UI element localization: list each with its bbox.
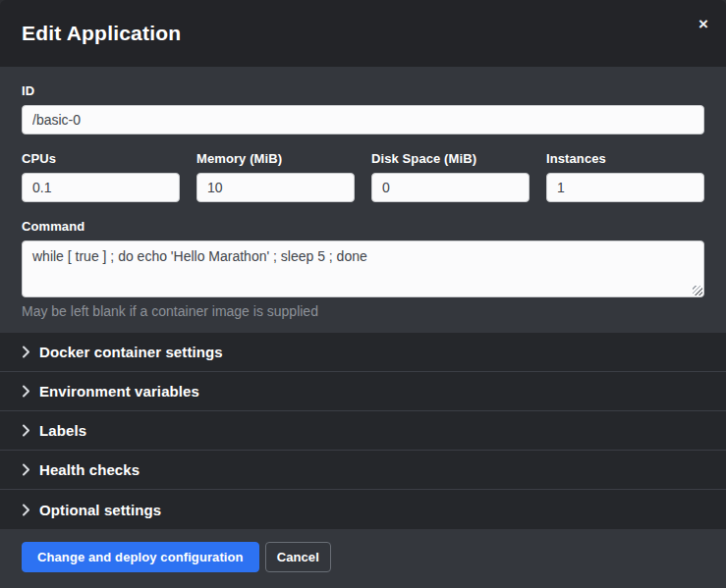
chevron-right-icon: [22, 463, 30, 476]
command-textarea-wrap: while [ true ] ; do echo 'Hello Marathon…: [22, 241, 704, 297]
section-environment-variables[interactable]: Environment variables: [0, 372, 726, 411]
instances-label: Instances: [546, 151, 704, 166]
cpus-input[interactable]: [22, 173, 180, 202]
modal-footer: Change and deploy configuration Cancel: [0, 529, 726, 588]
cpus-field-group: CPUs: [22, 151, 180, 202]
command-label: Command: [22, 219, 704, 234]
disk-label: Disk Space (MiB): [371, 151, 530, 166]
id-input[interactable]: [22, 105, 704, 134]
memory-input[interactable]: [196, 173, 355, 202]
section-label: Labels: [39, 422, 86, 439]
id-label: ID: [22, 83, 704, 98]
modal-title: Edit Application: [22, 22, 181, 45]
chevron-right-icon: [22, 504, 30, 516]
section-docker-container-settings[interactable]: Docker container settings: [0, 333, 726, 372]
chevron-right-icon: [22, 424, 30, 437]
modal-header: Edit Application ×: [0, 0, 726, 67]
section-label: Health checks: [39, 461, 140, 478]
chevron-right-icon: [22, 346, 30, 358]
section-labels[interactable]: Labels: [0, 411, 726, 451]
memory-label: Memory (MiB): [196, 151, 355, 166]
close-icon[interactable]: ×: [695, 14, 712, 34]
change-and-deploy-button[interactable]: Change and deploy configuration: [22, 542, 259, 572]
command-help-text: May be left blank if a container image i…: [22, 303, 704, 319]
collapsible-sections: Docker container settings Environment va…: [0, 333, 726, 529]
disk-input[interactable]: [371, 173, 530, 202]
section-optional-settings[interactable]: Optional settings: [0, 490, 726, 529]
instances-field-group: Instances: [546, 151, 704, 202]
command-textarea[interactable]: while [ true ] ; do echo 'Hello Marathon…: [22, 241, 704, 297]
instances-input[interactable]: [546, 173, 704, 202]
command-field-group: Command while [ true ] ; do echo 'Hello …: [22, 219, 704, 319]
disk-field-group: Disk Space (MiB): [371, 151, 530, 202]
cancel-button[interactable]: Cancel: [265, 542, 331, 572]
cpus-label: CPUs: [22, 151, 180, 166]
chevron-right-icon: [22, 385, 30, 398]
edit-application-modal: Edit Application × ID CPUs Memory (MiB) …: [0, 0, 726, 588]
section-label: Optional settings: [39, 502, 161, 518]
section-label: Docker container settings: [39, 344, 223, 360]
resources-row: CPUs Memory (MiB) Disk Space (MiB) Insta…: [22, 151, 704, 202]
edit-application-form: ID CPUs Memory (MiB) Disk Space (MiB) In…: [0, 67, 726, 333]
section-health-checks[interactable]: Health checks: [0, 451, 726, 490]
memory-field-group: Memory (MiB): [196, 151, 355, 202]
section-label: Environment variables: [39, 383, 199, 400]
id-field-group: ID: [22, 83, 704, 134]
